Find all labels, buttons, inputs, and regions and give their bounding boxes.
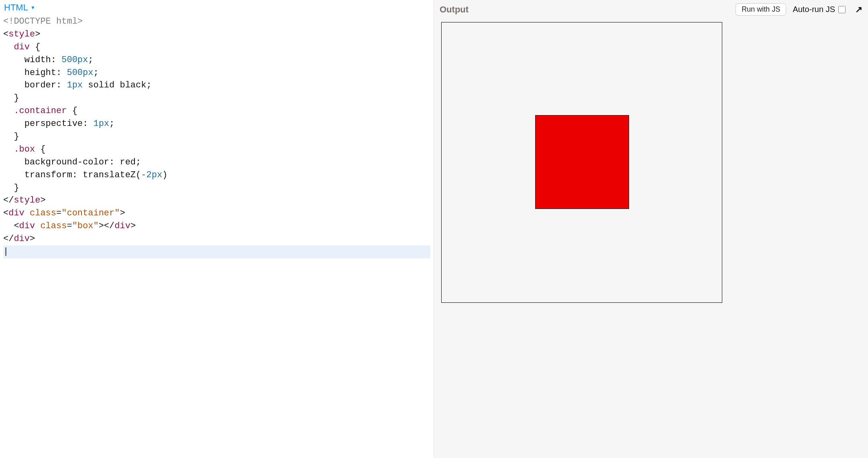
chevron-down-icon: ▼ (31, 5, 35, 10)
code-line[interactable]: </style> (3, 194, 430, 207)
code-line[interactable]: </div> (3, 233, 430, 245)
code-line[interactable]: div { (3, 41, 430, 54)
code-line[interactable]: border: 1px solid black; (3, 79, 430, 92)
code-line[interactable]: } (3, 130, 430, 143)
language-label: HTML (4, 2, 28, 13)
code-line[interactable] (3, 245, 430, 258)
output-pane: Output Run with JS Auto-run JS ↗ (434, 0, 868, 458)
code-line[interactable]: } (3, 92, 430, 105)
preview-inner-box (535, 115, 629, 209)
code-line[interactable]: width: 500px; (3, 54, 430, 67)
code-line[interactable]: height: 500px; (3, 67, 430, 79)
code-line[interactable]: <style> (3, 28, 430, 41)
code-line[interactable]: } (3, 182, 430, 195)
editor-pane: HTML ▼ <!DOCTYPE html><style> div { widt… (0, 0, 434, 458)
code-line[interactable]: background-color: red; (3, 156, 430, 169)
preview-area (434, 19, 868, 458)
code-line[interactable]: transform: translateZ(-2px) (3, 169, 430, 182)
code-line[interactable]: <div class="box"></div> (3, 220, 430, 233)
code-line[interactable]: .container { (3, 105, 430, 118)
preview-frame (441, 22, 861, 451)
code-line[interactable]: .box { (3, 143, 430, 156)
code-line[interactable]: perspective: 1px; (3, 118, 430, 130)
code-editor[interactable]: <!DOCTYPE html><style> div { width: 500p… (0, 14, 434, 458)
output-header: Output Run with JS Auto-run JS ↗ (434, 0, 868, 19)
popout-icon[interactable]: ↗ (852, 4, 862, 15)
autorun-checkbox[interactable] (838, 6, 846, 13)
run-with-js-button[interactable]: Run with JS (736, 3, 786, 16)
code-line[interactable]: <div class="container"> (3, 207, 430, 220)
code-line[interactable]: <!DOCTYPE html> (3, 15, 430, 28)
autorun-label: Auto-run JS (793, 5, 835, 14)
autorun-toggle[interactable]: Auto-run JS (793, 5, 846, 14)
language-selector[interactable]: HTML ▼ (0, 0, 434, 14)
output-title: Output (440, 4, 469, 15)
